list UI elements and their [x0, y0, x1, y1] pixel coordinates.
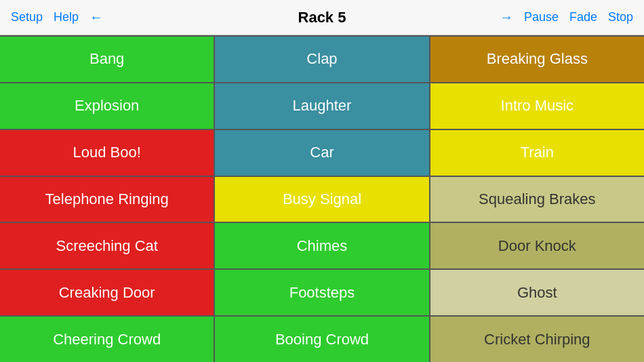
sound-cell-8[interactable]: Train	[430, 130, 644, 176]
sound-grid: BangClapBreaking GlassExplosionLaughterI…	[0, 35, 644, 362]
sound-cell-15[interactable]: Creaking Door	[0, 270, 214, 315]
sound-cell-2[interactable]: Breaking Glass	[430, 37, 644, 82]
sound-cell-13[interactable]: Chimes	[215, 223, 428, 268]
back-arrow[interactable]: ←	[89, 9, 103, 25]
top-left-nav: Setup Help ←	[11, 9, 218, 25]
top-right-nav: → Pause Fade Stop	[426, 9, 633, 25]
pause-link[interactable]: Pause	[524, 10, 559, 24]
sound-cell-4[interactable]: Laughter	[215, 83, 428, 129]
sound-cell-16[interactable]: Footsteps	[215, 270, 428, 315]
sound-cell-17[interactable]: Ghost	[430, 270, 644, 315]
sound-cell-5[interactable]: Intro Music	[430, 83, 644, 129]
sound-cell-10[interactable]: Busy Signal	[215, 177, 428, 222]
stop-link[interactable]: Stop	[608, 10, 633, 24]
sound-cell-6[interactable]: Loud Boo!	[0, 130, 214, 176]
sound-cell-9[interactable]: Telephone Ringing	[0, 177, 214, 222]
sound-cell-7[interactable]: Car	[215, 130, 428, 176]
top-bar: Setup Help ← Rack 5 → Pause Fade Stop	[0, 0, 644, 35]
sound-cell-14[interactable]: Door Knock	[430, 223, 644, 268]
sound-cell-19[interactable]: Booing Crowd	[215, 317, 428, 362]
forward-arrow[interactable]: →	[500, 9, 513, 25]
sound-cell-1[interactable]: Clap	[215, 37, 428, 82]
sound-cell-18[interactable]: Cheering Crowd	[0, 317, 214, 362]
sound-cell-0[interactable]: Bang	[0, 37, 214, 82]
sound-cell-3[interactable]: Explosion	[0, 83, 214, 129]
sound-cell-12[interactable]: Screeching Cat	[0, 223, 214, 268]
help-link[interactable]: Help	[54, 10, 79, 24]
sound-cell-11[interactable]: Squealing Brakes	[430, 177, 644, 222]
setup-link[interactable]: Setup	[11, 10, 43, 24]
fade-link[interactable]: Fade	[569, 10, 597, 24]
sound-cell-20[interactable]: Cricket Chirping	[430, 317, 644, 362]
rack-title: Rack 5	[218, 9, 426, 26]
